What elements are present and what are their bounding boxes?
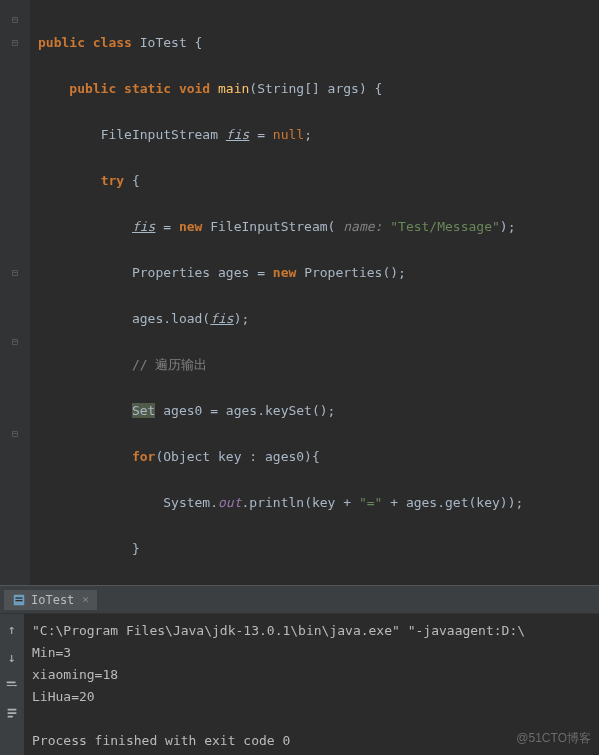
semi: ;	[304, 127, 312, 142]
console-body: ↑ ↓ "C:\Program Files\Java\jdk-13.0.1\bi…	[0, 614, 599, 755]
fold-icon[interactable]: ⊟	[9, 14, 21, 26]
type-highlighted: Set	[132, 403, 155, 418]
gutter: ⊟ ⊟ ⊟ ⊟ ⊟	[0, 0, 30, 585]
console-toolbar: ↑ ↓	[0, 614, 24, 755]
paren: );	[500, 219, 516, 234]
code: .println(key +	[242, 495, 359, 510]
code: + ages.get(key));	[382, 495, 523, 510]
op: =	[155, 219, 178, 234]
keyword: new	[179, 219, 210, 234]
editor-pane: ⊟ ⊟ ⊟ ⊟ ⊟ public class IoTest { public s…	[0, 0, 599, 585]
string: "Test/Message"	[390, 219, 500, 234]
brace: {	[195, 35, 203, 50]
static-field: out	[218, 495, 241, 510]
svg-rect-1	[16, 597, 23, 598]
down-arrow-icon[interactable]: ↓	[3, 648, 21, 666]
tab-label: IoTest	[31, 593, 74, 607]
keyword: public static void	[69, 81, 218, 96]
keyword: null	[273, 127, 304, 142]
close-icon[interactable]: ×	[82, 593, 89, 606]
params: (String[] args) {	[249, 81, 382, 96]
run-config-icon	[12, 593, 26, 607]
comment: // 遍历输出	[132, 357, 207, 372]
scroll-to-end-icon[interactable]	[3, 704, 21, 722]
console-pane: IoTest × ↑ ↓ "C:\Program Files\Java\jdk-…	[0, 585, 599, 755]
code: (Object key : ages0){	[155, 449, 319, 464]
code: System.	[163, 495, 218, 510]
method-name: main	[218, 81, 249, 96]
code-area[interactable]: public class IoTest { public static void…	[30, 0, 599, 585]
paren: );	[234, 311, 250, 326]
class-name: IoTest	[140, 35, 195, 50]
type: FileInputStream(	[210, 219, 343, 234]
brace: }	[132, 541, 140, 556]
param-hint: name:	[343, 219, 390, 234]
keyword: public class	[38, 35, 140, 50]
type: FileInputStream	[101, 127, 226, 142]
code: ages.load(	[132, 311, 210, 326]
up-arrow-icon[interactable]: ↑	[3, 620, 21, 638]
tab-bar: IoTest ×	[0, 586, 599, 614]
string: "="	[359, 495, 382, 510]
var: fis	[226, 127, 249, 142]
code: ages0 = ages.keySet();	[155, 403, 335, 418]
svg-rect-2	[16, 600, 23, 601]
fold-icon[interactable]: ⊟	[9, 37, 21, 49]
keyword: try	[101, 173, 132, 188]
fold-icon[interactable]: ⊟	[9, 336, 21, 348]
keyword: new	[273, 265, 304, 280]
var: fis	[210, 311, 233, 326]
keyword: for	[132, 449, 155, 464]
watermark: @51CTO博客	[516, 730, 591, 747]
output-line: LiHua=20	[32, 689, 95, 704]
fold-icon[interactable]: ⊟	[9, 428, 21, 440]
run-tab[interactable]: IoTest ×	[4, 590, 97, 610]
fold-icon[interactable]: ⊟	[9, 267, 21, 279]
output-line: Min=3	[32, 645, 71, 660]
output-line: xiaoming=18	[32, 667, 118, 682]
brace: {	[132, 173, 140, 188]
code: Properties ages =	[132, 265, 273, 280]
code: Properties();	[304, 265, 406, 280]
output-line: "C:\Program Files\Java\jdk-13.0.1\bin\ja…	[32, 623, 525, 638]
var: fis	[132, 219, 155, 234]
soft-wrap-icon[interactable]	[3, 676, 21, 694]
console-output[interactable]: "C:\Program Files\Java\jdk-13.0.1\bin\ja…	[24, 614, 599, 755]
output-line: Process finished with exit code 0	[32, 733, 290, 748]
op: =	[249, 127, 272, 142]
